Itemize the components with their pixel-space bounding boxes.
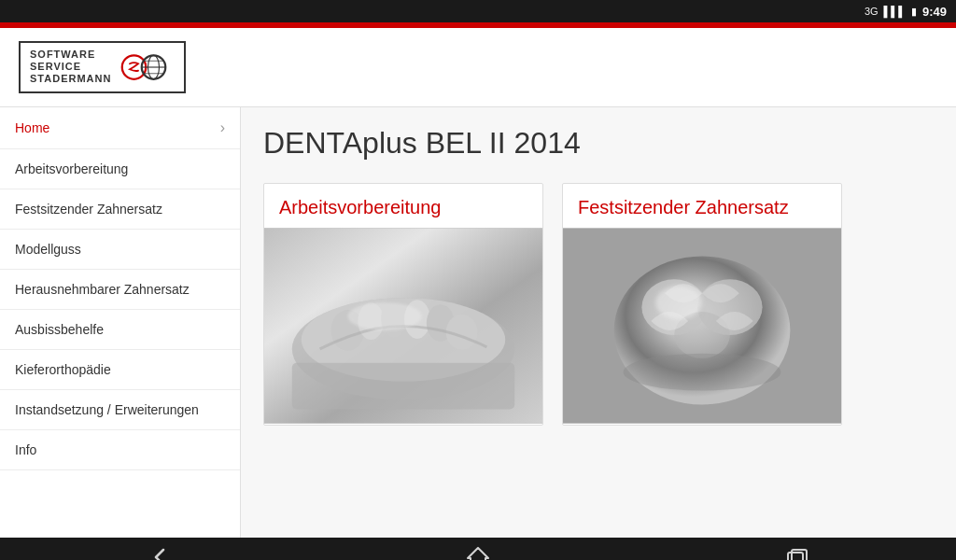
sidebar-label-kieferorthopaedie: Kieferorthopädie <box>15 362 111 377</box>
card-title-2: Festsitzender Zahnersatz <box>563 184 841 228</box>
sidebar-label-home: Home <box>15 120 49 135</box>
sidebar-item-kieferorthopaedie[interactable]: Kieferorthopädie <box>0 350 240 390</box>
chevron-icon: › <box>220 119 225 136</box>
logo-box: SOFTWARE SERVICE STADERMANN <box>19 41 186 93</box>
card-image-1 <box>264 228 542 424</box>
nav-bar <box>0 538 956 560</box>
recents-button[interactable] <box>783 544 809 560</box>
home-button[interactable] <box>465 544 491 560</box>
sidebar-item-festsitzender[interactable]: Festsitzender Zahnersatz <box>0 189 240 230</box>
sidebar-label-instandsetzung: Instandsetzung / Erweiterungen <box>15 402 199 417</box>
signal-icon: 3G <box>865 6 879 17</box>
page-title: DENTAplus BEL II 2014 <box>263 126 934 161</box>
back-button[interactable] <box>147 544 173 560</box>
svg-point-23 <box>624 353 781 390</box>
sidebar-item-instandsetzung[interactable]: Instandsetzung / Erweiterungen <box>0 390 240 430</box>
content-area: Home › Arbeitsvorbereitung Festsitzender… <box>0 107 956 538</box>
signal-bars-icon: ▌▌▌ <box>884 6 906 17</box>
svg-point-22 <box>655 286 702 319</box>
card-arbeitsvorbereitung[interactable]: Arbeitsvorbereitung <box>263 183 543 426</box>
cards-container: Arbeitsvorbereitung <box>263 183 934 426</box>
card-title-1: Arbeitsvorbereitung <box>264 184 542 228</box>
sidebar-label-ausbissbehelfe: Ausbissbehelfe <box>15 322 104 337</box>
sidebar-label-modellguss: Modellguss <box>15 242 81 257</box>
card-image-2 <box>563 228 841 424</box>
sidebar-item-arbeitsvorbereitung[interactable]: Arbeitsvorbereitung <box>0 149 240 189</box>
svg-point-16 <box>347 302 421 330</box>
logo-line3: STADERMANN <box>30 73 111 85</box>
logo-svg <box>119 49 175 85</box>
time-display: 9:49 <box>922 5 947 19</box>
sidebar-label-arbeitsvorbereitung: Arbeitsvorbereitung <box>15 161 128 176</box>
sidebar-item-info[interactable]: Info <box>0 430 240 470</box>
logo-text: SOFTWARE SERVICE STADERMANN <box>30 49 111 86</box>
svg-marker-24 <box>468 548 488 560</box>
main-container: SOFTWARE SERVICE STADERMANN <box>0 22 956 538</box>
sidebar-label-festsitzender: Festsitzender Zahnersatz <box>15 202 162 217</box>
logo-area: SOFTWARE SERVICE STADERMANN <box>0 28 956 107</box>
main-content: DENTAplus BEL II 2014 Arbeitsvorbereitun… <box>241 107 956 538</box>
sidebar-item-modellguss[interactable]: Modellguss <box>0 230 240 270</box>
logo-line1: SOFTWARE <box>30 49 111 61</box>
sidebar: Home › Arbeitsvorbereitung Festsitzender… <box>0 107 241 538</box>
sidebar-item-home[interactable]: Home › <box>0 107 240 149</box>
svg-rect-26 <box>792 550 807 560</box>
sidebar-label-info: Info <box>15 442 36 457</box>
status-bar: 3G ▌▌▌ ▮ 9:49 <box>0 0 956 22</box>
sidebar-item-herausnehmbarer[interactable]: Herausnehmbarer Zahnersatz <box>0 270 240 310</box>
sidebar-label-herausnehmbarer: Herausnehmbarer Zahnersatz <box>15 282 190 297</box>
card-festsitzender[interactable]: Festsitzender Zahnersatz <box>562 183 842 426</box>
logo-line2: SERVICE <box>30 61 111 73</box>
sidebar-item-ausbissbehelfe[interactable]: Ausbissbehelfe <box>0 310 240 350</box>
svg-rect-15 <box>292 362 514 409</box>
svg-rect-25 <box>788 553 803 560</box>
battery-icon: ▮ <box>911 6 917 18</box>
logo-icon <box>119 49 175 85</box>
